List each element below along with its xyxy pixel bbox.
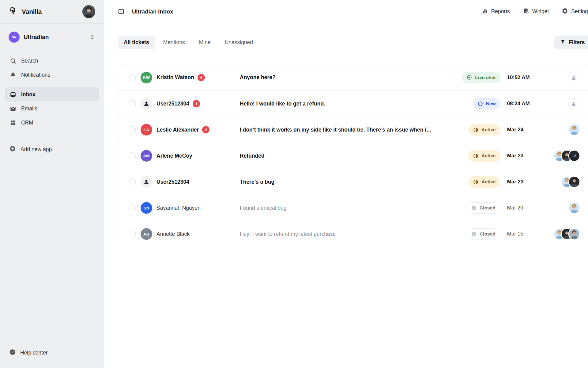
help-center-button[interactable]: ? Help center <box>0 349 104 368</box>
assignee-avatars: +2 <box>546 151 579 161</box>
ticket-checkbox[interactable] <box>129 152 136 159</box>
status-badge: Active <box>468 124 500 136</box>
nav-group-gap <box>5 82 99 87</box>
ticket-subject: Found a critical bug <box>240 205 439 211</box>
status-icon <box>473 127 479 133</box>
list-toolbar: All tickets Mentions Mine Unassigned Fil… <box>104 23 588 49</box>
sidebar-item-label: Notifications <box>21 72 50 78</box>
ticket-list: KW Kristin Watson 4 Anyone here? Live ch… <box>118 64 588 247</box>
ticket-row[interactable]: SN Savannah Nguyen Found a critical bug … <box>118 195 588 221</box>
status-icon <box>466 75 472 80</box>
sidebar-item-search[interactable]: Search <box>5 54 99 68</box>
sender-name: Leslie Alexander <box>156 127 199 133</box>
ticket-checkbox[interactable] <box>129 126 136 133</box>
search-icon <box>9 58 17 64</box>
sidebar-item-crm[interactable]: CRM <box>5 116 99 130</box>
sidebar: Vanilla Ultradian Search Notifications <box>0 0 104 368</box>
ticket-row[interactable]: LA Leslie Alexander 2 I don’t think it w… <box>118 117 588 143</box>
status-badge: Active <box>468 176 500 188</box>
sender-avatar <box>141 176 152 188</box>
ticket-tabs: All tickets Mentions Mine Unassigned <box>118 36 259 49</box>
workspace-switcher[interactable]: Ultradian <box>0 24 104 46</box>
tab-all-tickets[interactable]: All tickets <box>118 36 155 49</box>
filters-button[interactable]: Filters <box>554 36 588 49</box>
status-column: New <box>439 98 500 109</box>
chevron-up-down-icon[interactable] <box>89 34 95 40</box>
status-icon <box>471 205 477 211</box>
status-column: Closed <box>439 202 500 214</box>
assignee-avatar <box>569 203 579 213</box>
sidebar-item-label: Inbox <box>21 91 36 98</box>
ticket-timestamp: Mar 23 <box>507 153 543 159</box>
settings-button[interactable]: Settings <box>562 8 588 16</box>
add-new-app-button[interactable]: Add new app <box>0 137 104 162</box>
assignee-avatars <box>546 72 579 83</box>
sender-block: Leslie Alexander 2 <box>156 126 240 133</box>
sender-name: User2512304 <box>156 101 189 107</box>
ticket-row[interactable]: User2512304 1 Hello! I would like to get… <box>118 90 588 117</box>
ticket-row[interactable]: AM Arlene McCoy Refunded Active Mar 23 +… <box>118 143 588 169</box>
add-new-app-label: Add new app <box>21 146 52 153</box>
sidebar-toggle-icon[interactable] <box>118 8 125 15</box>
assignee-avatars <box>546 229 579 239</box>
sender-block: Kristin Watson 4 <box>156 74 240 81</box>
ticket-subject: Hello! I would like to get a refund. <box>240 101 439 107</box>
ticket-checkbox[interactable] <box>129 178 136 185</box>
reports-button[interactable]: Reports <box>482 8 510 16</box>
status-label: Active <box>481 127 496 132</box>
sidebar-item-notifications[interactable]: Notifications <box>5 68 99 82</box>
status-label: Active <box>481 153 496 159</box>
status-column: Active <box>439 124 500 136</box>
status-column: Closed <box>439 228 500 240</box>
ticket-subject: There’s a bug <box>240 179 439 185</box>
brand-name: Vanilla <box>22 8 42 15</box>
envelope-icon <box>9 105 17 112</box>
status-label: Live chat <box>475 75 496 80</box>
workspace-name: Ultradian <box>24 34 49 40</box>
sender-name: Annette Black <box>156 231 190 237</box>
user-avatar[interactable] <box>82 5 95 18</box>
unread-count-badge: 2 <box>202 126 209 133</box>
gear-icon <box>562 8 568 16</box>
assignee-avatars <box>546 125 579 135</box>
sender-block: Savannah Nguyen <box>156 205 240 211</box>
sender-name: Kristin Watson <box>156 74 194 81</box>
ticket-checkbox[interactable] <box>129 231 136 237</box>
status-label: New <box>486 101 496 106</box>
grid-icon <box>9 120 17 126</box>
settings-label: Settings <box>571 8 588 15</box>
ticket-checkbox[interactable] <box>129 74 136 81</box>
ticket-checkbox[interactable] <box>129 100 136 107</box>
sidebar-item-label: CRM <box>21 120 33 126</box>
sidebar-item-inbox[interactable]: Inbox <box>5 87 99 102</box>
sidebar-item-label: Search <box>21 58 38 64</box>
status-badge: New <box>473 98 500 109</box>
tab-unassigned[interactable]: Unassigned <box>219 36 259 49</box>
widget-button[interactable]: Widget <box>523 8 549 16</box>
brand-row: Vanilla <box>0 0 104 24</box>
ticket-row[interactable]: User2512304 There’s a bug Active Mar 23 <box>118 169 588 195</box>
ticket-timestamp: Mar 23 <box>507 179 543 185</box>
question-circle-icon: ? <box>9 349 16 357</box>
ticket-timestamp: Mar 24 <box>507 127 543 133</box>
assignee-avatar <box>569 125 579 135</box>
tab-mine[interactable]: Mine <box>193 36 217 49</box>
tab-mentions[interactable]: Mentions <box>157 36 191 49</box>
ticket-row[interactable]: KW Kristin Watson 4 Anyone here? Live ch… <box>118 64 588 90</box>
status-icon <box>473 153 479 159</box>
waveform-icon <box>9 32 20 43</box>
widget-label: Widget <box>532 8 549 15</box>
sender-name: Arlene McCoy <box>156 153 192 159</box>
sidebar-item-emails[interactable]: Emails <box>5 102 99 116</box>
assignee-avatars <box>546 98 579 109</box>
assignee-avatar <box>569 177 579 187</box>
ticket-row[interactable]: AB Annette Black Hey! I want to refund m… <box>118 221 588 247</box>
ticket-timestamp: Mar 20 <box>507 205 543 211</box>
ticket-checkbox[interactable] <box>129 205 136 211</box>
bar-chart-icon <box>482 8 488 16</box>
sender-avatar <box>141 98 152 109</box>
status-label: Closed <box>480 205 496 211</box>
svg-text:?: ? <box>12 350 14 354</box>
ticket-subject: Hey! I want to refund my latest purchase <box>240 231 439 237</box>
status-icon <box>471 231 477 237</box>
